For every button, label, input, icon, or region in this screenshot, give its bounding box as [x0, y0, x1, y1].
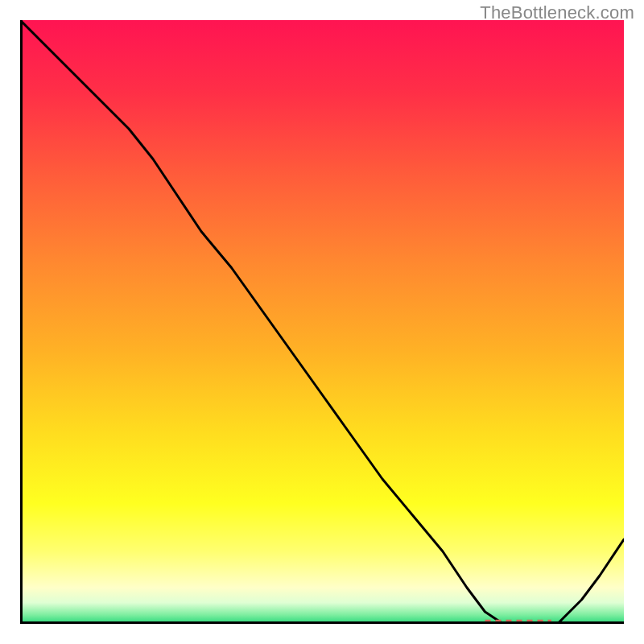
bottleneck-curve — [20, 20, 624, 624]
chart-container: TheBottleneck.com — [0, 0, 644, 644]
x-axis — [20, 621, 624, 624]
plot-area — [20, 20, 624, 624]
y-axis — [20, 20, 23, 624]
curve-layer — [20, 20, 624, 624]
